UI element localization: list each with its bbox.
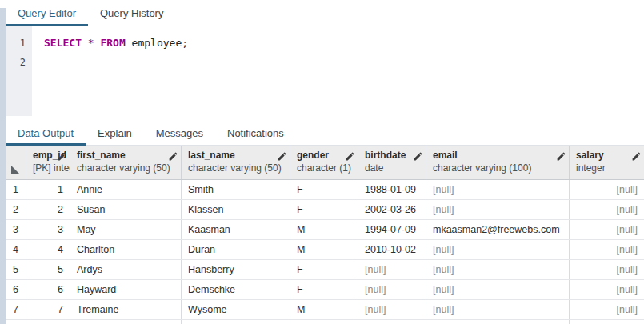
cell-birthdate[interactable]: [null] bbox=[358, 260, 426, 279]
edit-pencil-icon[interactable] bbox=[277, 151, 287, 162]
cell-salary[interactable]: [null] bbox=[570, 300, 644, 319]
cell-gender[interactable]: M bbox=[290, 300, 358, 319]
cell-last_name[interactable]: Duran bbox=[182, 240, 290, 259]
cell-emp_id[interactable]: 2 bbox=[26, 200, 70, 219]
cell-last_name[interactable]: Demschke bbox=[182, 280, 290, 299]
edit-pencil-icon[interactable] bbox=[556, 151, 566, 162]
cell-birthdate[interactable]: 2002-03-26 bbox=[358, 200, 426, 219]
row-number[interactable]: 2 bbox=[6, 200, 26, 219]
cell-last_name[interactable]: Wysome bbox=[182, 300, 290, 319]
cell-gender[interactable]: F bbox=[290, 200, 358, 219]
sql-token-keyword: FROM bbox=[100, 37, 125, 49]
cell-email[interactable]: [null] bbox=[426, 200, 570, 219]
cell-salary[interactable]: [null] bbox=[570, 260, 644, 279]
row-number[interactable]: 4 bbox=[6, 240, 26, 259]
column-header-last_name[interactable]: last_namecharacter varying (50) bbox=[182, 146, 290, 179]
tab-data-output[interactable]: Data Output bbox=[6, 121, 86, 145]
cell-gender[interactable]: F bbox=[290, 280, 358, 299]
cell-emp_id[interactable]: 4 bbox=[26, 240, 70, 259]
cell-salary[interactable]: [null] bbox=[570, 220, 644, 239]
cell-salary[interactable]: [null] bbox=[570, 240, 644, 259]
edit-pencil-icon[interactable] bbox=[413, 151, 423, 162]
cell-value: [null] bbox=[365, 264, 386, 275]
edit-pencil-icon[interactable] bbox=[168, 151, 178, 162]
row-number[interactable]: 3 bbox=[6, 220, 26, 239]
left-scrollbar[interactable] bbox=[0, 8, 6, 324]
cell-first_name[interactable]: Tremaine bbox=[70, 300, 182, 319]
cell-gender[interactable]: F bbox=[290, 260, 358, 279]
empty-row bbox=[6, 320, 644, 324]
row-number[interactable]: 1 bbox=[6, 180, 26, 199]
cell-salary[interactable]: [null] bbox=[570, 200, 644, 219]
cell-birthdate[interactable]: 1994-07-09 bbox=[358, 220, 426, 239]
edit-pencil-icon[interactable] bbox=[57, 151, 67, 162]
output-tabbar: Data OutputExplainMessagesNotifications bbox=[6, 121, 644, 146]
cell-email[interactable]: [null] bbox=[426, 180, 570, 199]
tab-messages[interactable]: Messages bbox=[144, 121, 215, 145]
row-number[interactable]: 7 bbox=[6, 300, 26, 319]
select-all-cell[interactable] bbox=[6, 146, 26, 179]
cell-first_name[interactable]: May bbox=[70, 220, 182, 239]
cell-value: 6 bbox=[58, 284, 63, 295]
cell-emp_id[interactable]: 6 bbox=[26, 280, 70, 299]
cell-emp_id[interactable]: 3 bbox=[26, 220, 70, 239]
cell-last_name[interactable]: Klassen bbox=[182, 200, 290, 219]
column-header-salary[interactable]: salaryinteger bbox=[570, 146, 644, 179]
cell-birthdate[interactable]: [null] bbox=[358, 300, 426, 319]
column-header-email[interactable]: emailcharacter varying (100) bbox=[426, 146, 570, 179]
cell-value: [null] bbox=[617, 244, 638, 255]
column-header-birthdate[interactable]: birthdatedate bbox=[358, 146, 426, 179]
cell-value: M bbox=[297, 244, 305, 255]
column-name: last_name bbox=[188, 150, 286, 161]
cell-value: Klassen bbox=[188, 204, 223, 215]
column-header-gender[interactable]: gendercharacter (1) bbox=[290, 146, 358, 179]
cell-emp_id[interactable]: 5 bbox=[26, 260, 70, 279]
column-name: salary bbox=[576, 150, 640, 161]
cell-emp_id[interactable]: 1 bbox=[26, 180, 70, 199]
cell-email[interactable]: mkaasman2@freewebs.com bbox=[426, 220, 570, 239]
sql-editor[interactable]: 12 SELECT * FROM employee; bbox=[6, 26, 644, 116]
cell-birthdate[interactable]: 2010-10-02 bbox=[358, 240, 426, 259]
column-header-first_name[interactable]: first_namecharacter varying (50) bbox=[70, 146, 182, 179]
tab-notifications[interactable]: Notifications bbox=[215, 121, 296, 145]
cell-value: 7 bbox=[58, 304, 63, 315]
cell-email[interactable]: [null] bbox=[426, 300, 570, 319]
sql-code-area[interactable]: SELECT * FROM employee; bbox=[32, 26, 644, 116]
empty-cell bbox=[570, 320, 644, 324]
edit-pencil-icon[interactable] bbox=[631, 151, 642, 162]
cell-last_name[interactable]: Hansberry bbox=[182, 260, 290, 279]
cell-birthdate[interactable]: [null] bbox=[358, 280, 426, 299]
cell-last_name[interactable]: Kaasman bbox=[182, 220, 290, 239]
empty-cell bbox=[290, 320, 358, 324]
row-number[interactable]: 6 bbox=[6, 280, 26, 299]
cell-emp_id[interactable]: 7 bbox=[26, 300, 70, 319]
cell-first_name[interactable]: Ardys bbox=[70, 260, 182, 279]
cell-email[interactable]: [null] bbox=[426, 240, 570, 259]
cell-salary[interactable]: [null] bbox=[570, 280, 644, 299]
cell-email[interactable]: [null] bbox=[426, 280, 570, 299]
editor-tabbar: Query EditorQuery History bbox=[6, 0, 644, 26]
table-row: 11AnnieSmithF1988-01-09[null][null] bbox=[6, 180, 644, 200]
select-all-triangle-icon bbox=[11, 166, 19, 174]
cell-gender[interactable]: M bbox=[290, 220, 358, 239]
cell-value: 2010-10-02 bbox=[365, 244, 416, 255]
column-type: character (1) bbox=[297, 162, 354, 174]
column-type: character varying (50) bbox=[188, 162, 286, 174]
cell-first_name[interactable]: Annie bbox=[70, 180, 182, 199]
tab-query-history[interactable]: Query History bbox=[88, 0, 175, 26]
tab-query-editor[interactable]: Query Editor bbox=[6, 0, 88, 26]
cell-email[interactable]: [null] bbox=[426, 260, 570, 279]
cell-last_name[interactable]: Smith bbox=[182, 180, 290, 199]
column-header-emp_id[interactable]: emp_id[PK] integer bbox=[26, 146, 70, 179]
edit-pencil-icon[interactable] bbox=[345, 151, 355, 162]
cell-gender[interactable]: M bbox=[290, 240, 358, 259]
cell-gender[interactable]: F bbox=[290, 180, 358, 199]
table-row: 44CharltonDuranM2010-10-02[null][null] bbox=[6, 240, 644, 260]
cell-first_name[interactable]: Susan bbox=[70, 200, 182, 219]
cell-birthdate[interactable]: 1988-01-09 bbox=[358, 180, 426, 199]
cell-salary[interactable]: [null] bbox=[570, 180, 644, 199]
cell-first_name[interactable]: Charlton bbox=[70, 240, 182, 259]
tab-explain[interactable]: Explain bbox=[86, 121, 144, 145]
row-number[interactable]: 5 bbox=[6, 260, 26, 279]
cell-first_name[interactable]: Hayward bbox=[70, 280, 182, 299]
